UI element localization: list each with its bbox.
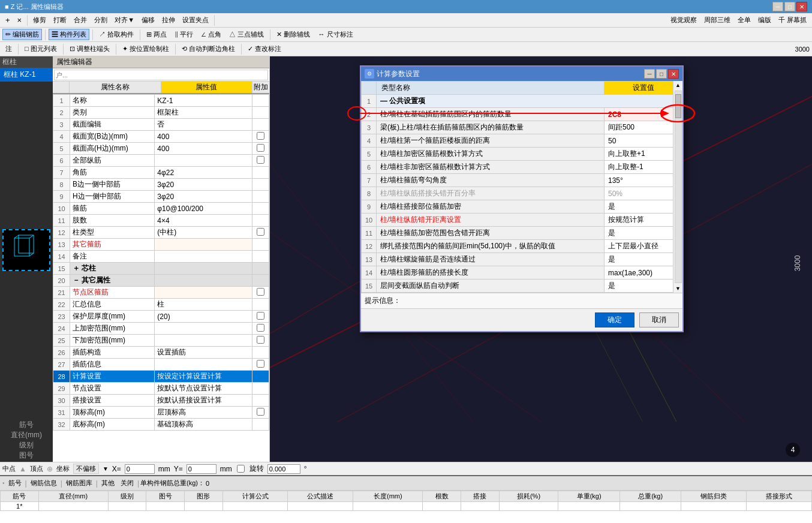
row-value-cell[interactable]: 按设定计算设置计算 bbox=[155, 371, 252, 383]
row-name-cell[interactable]: 上加密范围(mm) bbox=[70, 323, 155, 335]
title-maximize-btn[interactable]: □ bbox=[784, 2, 795, 11]
dialog-row-value[interactable]: 上下层最小直径 bbox=[605, 240, 682, 253]
title-minimize-btn[interactable]: ─ bbox=[772, 2, 783, 11]
row-name-cell[interactable]: － 其它属性 bbox=[70, 275, 155, 287]
row-value-cell[interactable]: 设置插筋 bbox=[155, 347, 252, 359]
row-checkbox-cell[interactable] bbox=[252, 359, 269, 371]
rotate-checkbox[interactable] bbox=[237, 465, 245, 473]
parallel-btn[interactable]: ∥ 平行 bbox=[172, 29, 196, 40]
dialog-close-btn[interactable]: ✕ bbox=[668, 69, 679, 79]
row-name-cell[interactable]: 截面高(H边)(mm) bbox=[70, 143, 155, 155]
rebar-library-btn[interactable]: 钢筋图库 bbox=[64, 478, 95, 488]
row-name-cell[interactable]: 下加密范围(mm) bbox=[70, 335, 155, 347]
rebar-cell[interactable] bbox=[288, 502, 353, 511]
dialog-min-btn[interactable]: ─ bbox=[644, 69, 655, 79]
view-btn[interactable]: 视觉观察 bbox=[667, 14, 700, 26]
row-checkbox[interactable] bbox=[257, 408, 264, 416]
y-coord-input[interactable] bbox=[187, 464, 216, 474]
row-value-cell[interactable] bbox=[155, 239, 252, 251]
row-checkbox-cell[interactable] bbox=[252, 155, 269, 167]
rebar-cell[interactable] bbox=[423, 502, 461, 511]
row-checkbox[interactable] bbox=[257, 360, 264, 368]
edit-rebar-btn[interactable]: ✏ 编辑钢筋 bbox=[2, 29, 42, 40]
dialog-row-name[interactable]: 柱/墙柱加密区箍筋根数计算方式 bbox=[377, 148, 605, 161]
row-value-cell[interactable] bbox=[155, 251, 252, 263]
row-name-cell[interactable]: 顶标高(m) bbox=[70, 407, 155, 419]
row-name-cell[interactable]: 其它箍筋 bbox=[70, 239, 155, 251]
dialog-row-value[interactable]: 2C8 bbox=[605, 108, 682, 121]
three-point-btn[interactable]: △ 三点辅线 bbox=[226, 29, 267, 40]
row-name-cell[interactable]: 搭接设置 bbox=[70, 395, 155, 407]
scrollbar-thumb[interactable] bbox=[675, 94, 681, 118]
row-value-cell[interactable] bbox=[155, 323, 252, 335]
rebar-cell[interactable] bbox=[747, 502, 812, 511]
dialog-row-name[interactable]: 柱/墙柱非加密区箍筋根数计算方式 bbox=[377, 161, 605, 174]
rebar-cell[interactable] bbox=[108, 502, 146, 511]
row-name-cell[interactable]: 保护层厚度(mm) bbox=[70, 311, 155, 323]
row-value-cell[interactable]: KZ-1 bbox=[155, 95, 252, 107]
row-checkbox-cell[interactable] bbox=[252, 311, 269, 323]
rebar-cell[interactable] bbox=[222, 502, 288, 511]
draw-by-pos-btn[interactable]: ✦ 按位置绘制柱 bbox=[119, 43, 172, 55]
row-checkbox-cell[interactable] bbox=[252, 227, 269, 239]
dialog-row-name[interactable]: 绑扎搭接范围内的箍筋间距min(5d,100)中，纵筋的取值 bbox=[377, 240, 605, 253]
dialog-scrollbar[interactable]: ▲ ▼ bbox=[673, 81, 682, 293]
insert-btn[interactable]: 注 bbox=[2, 43, 15, 55]
x-coord-input[interactable] bbox=[125, 464, 155, 474]
align-btn[interactable]: 对齐▼ bbox=[112, 14, 137, 26]
dialog-row-name[interactable]: 柱/墙柱在基础插筋箍筋围区内的箍筋数量 bbox=[377, 108, 605, 121]
check-mark-btn[interactable]: ✓ 查改标注 bbox=[245, 43, 284, 55]
row-checkbox[interactable] bbox=[257, 156, 264, 164]
row-checkbox-cell[interactable] bbox=[252, 323, 269, 335]
edit-mode-btn[interactable]: 编版 bbox=[755, 14, 774, 26]
top-point-btn[interactable]: 顶点 bbox=[30, 464, 43, 473]
dialog-row-value[interactable]: 50% bbox=[605, 187, 682, 200]
adjust-col-end-btn[interactable]: ⊡ 调整柱端头 bbox=[67, 43, 113, 55]
row-checkbox-cell[interactable] bbox=[252, 131, 269, 143]
row-name-cell[interactable]: B边一侧中部筋 bbox=[70, 179, 155, 191]
merge-btn[interactable]: 合并 bbox=[71, 14, 90, 26]
component-btn[interactable]: 周部三维 bbox=[701, 14, 733, 26]
row-value-cell[interactable]: 4φ22 bbox=[155, 167, 252, 179]
row-value-cell[interactable] bbox=[155, 359, 252, 371]
rebar-other-btn[interactable]: 其他 bbox=[99, 478, 117, 488]
row-name-cell[interactable]: 全部纵筋 bbox=[70, 155, 155, 167]
all-btn[interactable]: 全单 bbox=[735, 14, 754, 26]
row-name-cell[interactable]: 插筋构造 bbox=[70, 347, 155, 359]
calc-params-dialog[interactable]: ⚙ 计算参数设置 ─ □ ✕ bbox=[360, 65, 684, 332]
dialog-max-btn[interactable]: □ bbox=[656, 69, 667, 79]
dialog-row-value[interactable]: 间距500 bbox=[605, 121, 682, 134]
two-point-btn[interactable]: ⊞ 两点 bbox=[143, 29, 170, 40]
offset-btn[interactable]: 偏移 bbox=[139, 14, 158, 26]
row-name-cell[interactable]: 截面宽(B边)(mm) bbox=[70, 131, 155, 143]
row-value-cell[interactable]: 4×4 bbox=[155, 215, 252, 227]
dialog-row-name[interactable]: 柱/墙柱纵筋搭接头错开百分率 bbox=[377, 187, 605, 200]
row-name-cell[interactable]: 底标高(m) bbox=[70, 419, 155, 431]
component-list-btn[interactable]: ☰ 构件列表 bbox=[49, 29, 89, 40]
screenshot-btn[interactable]: 千 屏幕抓 bbox=[775, 14, 810, 26]
row-name-cell[interactable]: 节点区箍筋 bbox=[70, 287, 155, 299]
scrollbar-down-btn[interactable]: ▼ bbox=[674, 284, 682, 293]
dialog-row-value[interactable]: 是 bbox=[605, 253, 682, 266]
row-checkbox-cell[interactable] bbox=[252, 287, 269, 299]
row-name-cell[interactable]: 汇总信息 bbox=[70, 299, 155, 311]
dialog-row-name[interactable]: 柱/墙柱第一个箍筋距楼板面的距离 bbox=[377, 134, 605, 148]
row-value-cell[interactable]: 层顶标高 bbox=[155, 407, 252, 419]
row-value-cell[interactable]: 3φ20 bbox=[155, 191, 252, 203]
rebar-cell[interactable] bbox=[558, 502, 620, 511]
row-name-cell[interactable]: 类别 bbox=[70, 107, 155, 119]
row-value-cell[interactable]: 400 bbox=[155, 143, 252, 155]
dialog-row-name[interactable]: 柱/墙柱纵筋错开距离设置 bbox=[377, 214, 605, 227]
dialog-row-name[interactable]: 柱/墙柱搭接部位箍筋加密 bbox=[377, 200, 605, 214]
dialog-row-value[interactable]: 50 bbox=[605, 134, 682, 148]
row-value-cell[interactable]: 否 bbox=[155, 119, 252, 131]
dialog-row-name[interactable]: 柱/墙柱螺旋箍筋是否连续通过 bbox=[377, 253, 605, 266]
title-close-btn[interactable]: ✕ bbox=[796, 2, 807, 11]
row-checkbox[interactable] bbox=[257, 144, 264, 152]
rebar-cell[interactable] bbox=[185, 502, 223, 511]
rebar-cell[interactable] bbox=[38, 502, 108, 511]
dialog-row-name[interactable]: 柱/墙柱圆形箍筋的搭接长度 bbox=[377, 266, 605, 279]
row-checkbox[interactable] bbox=[257, 312, 264, 320]
row-value-cell[interactable]: 按默认搭接设置计算 bbox=[155, 395, 252, 407]
row-value-cell[interactable]: 框架柱 bbox=[155, 107, 252, 119]
